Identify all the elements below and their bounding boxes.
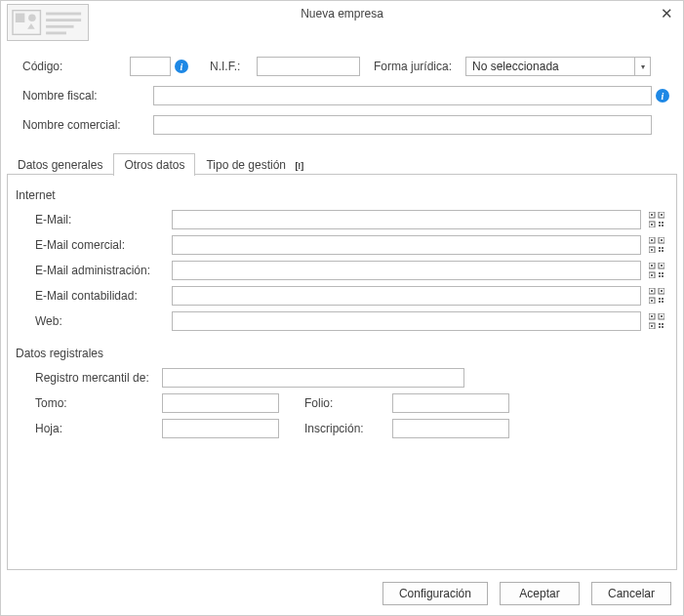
web-input[interactable] — [172, 311, 641, 331]
svg-point-2 — [28, 14, 36, 21]
tomo-input[interactable] — [162, 393, 279, 413]
svg-marker-3 — [27, 23, 35, 29]
svg-rect-21 — [661, 239, 663, 241]
svg-rect-31 — [661, 265, 663, 267]
svg-rect-5 — [46, 19, 81, 21]
qr-icon-email[interactable] — [647, 212, 666, 227]
registro-mercantil-label: Registro mercantil de: — [35, 371, 162, 385]
datos-registrales-grid: Registro mercantil de: Tomo: Folio: Hoja… — [12, 368, 666, 438]
tab-tipo-gestion[interactable]: Tipo de gestión [!] — [195, 153, 316, 176]
svg-rect-7 — [46, 31, 66, 34]
qr-icon-web[interactable] — [647, 313, 666, 329]
email-input[interactable] — [172, 210, 641, 229]
dialog-nueva-empresa: Nueva empresa ✕ Código: i N.I.F.: Forma … — [1, 1, 683, 615]
dialog-title: Nueva empresa — [301, 7, 383, 21]
email-cont-label: E-Mail contabilidad: — [12, 289, 172, 303]
nombre-comercial-input[interactable] — [153, 115, 652, 135]
svg-rect-29 — [651, 265, 653, 267]
svg-rect-23 — [651, 249, 653, 251]
svg-rect-27 — [662, 250, 664, 252]
codigo-label: Código: — [15, 60, 130, 73]
forma-juridica-value: No seleccionada — [466, 60, 634, 73]
internet-group-title: Internet — [16, 188, 666, 202]
inscripcion-label: Inscripción: — [304, 422, 392, 435]
hoja-label: Hoja: — [35, 422, 162, 435]
svg-rect-15 — [662, 222, 664, 224]
svg-rect-39 — [651, 290, 653, 292]
qr-icon-email-comercial[interactable] — [647, 237, 666, 253]
svg-rect-13 — [651, 224, 653, 226]
svg-rect-53 — [651, 325, 653, 327]
folio-input[interactable] — [392, 393, 509, 413]
codigo-input[interactable] — [130, 57, 171, 76]
company-icon — [7, 4, 89, 41]
svg-rect-37 — [662, 275, 664, 277]
email-admin-input[interactable] — [172, 261, 641, 280]
tab-content-otros-datos: Internet E-Mail: E-Mail comercial: E-Mai… — [7, 175, 677, 570]
svg-rect-45 — [662, 298, 664, 300]
nombre-fiscal-label: Nombre fiscal: — [15, 89, 130, 103]
forma-juridica-label: Forma jurídica: — [374, 60, 465, 73]
svg-rect-34 — [659, 272, 661, 274]
svg-rect-16 — [659, 225, 661, 226]
tab-datos-generales[interactable]: Datos generales — [7, 153, 113, 176]
tab-otros-datos[interactable]: Otros datos — [113, 153, 195, 176]
svg-rect-11 — [661, 214, 663, 216]
configuracion-button[interactable]: Configuración — [382, 582, 488, 605]
svg-rect-25 — [662, 247, 664, 249]
header-form: Código: i N.I.F.: Forma jurídica: No sel… — [1, 38, 683, 151]
tab-strip: Datos generales Otros datos Tipo de gest… — [1, 151, 683, 175]
svg-rect-46 — [659, 301, 661, 303]
svg-rect-17 — [662, 225, 664, 226]
email-admin-label: E-Mail administración: — [12, 264, 172, 277]
registro-mercantil-input[interactable] — [162, 368, 464, 388]
cancelar-button[interactable]: Cancelar — [591, 582, 671, 605]
titlebar: Nueva empresa ✕ — [1, 1, 683, 38]
svg-rect-24 — [659, 247, 661, 249]
email-comercial-label: E-Mail comercial: — [12, 238, 172, 252]
svg-rect-36 — [659, 275, 661, 277]
svg-rect-6 — [46, 25, 73, 28]
forma-juridica-select[interactable]: No seleccionada ▾ — [465, 57, 651, 76]
svg-rect-43 — [651, 300, 653, 302]
svg-rect-35 — [662, 272, 664, 274]
svg-rect-47 — [662, 301, 664, 303]
registral-group-title: Datos registrales — [16, 347, 666, 360]
email-cont-input[interactable] — [172, 286, 641, 306]
svg-rect-1 — [16, 14, 24, 22]
nombre-comercial-label: Nombre comercial: — [15, 118, 130, 132]
close-button[interactable]: ✕ — [658, 5, 675, 22]
warning-badge-icon: [!] — [293, 161, 305, 171]
dialog-footer: Configuración Aceptar Cancelar — [1, 576, 683, 615]
svg-rect-26 — [659, 250, 661, 252]
qr-icon-email-admin[interactable] — [647, 263, 666, 278]
info-icon-fiscal[interactable]: i — [656, 89, 669, 103]
nombre-fiscal-input[interactable] — [153, 86, 652, 105]
svg-rect-55 — [662, 323, 664, 325]
svg-rect-33 — [651, 274, 653, 276]
email-label: E-Mail: — [12, 213, 172, 226]
svg-rect-57 — [662, 326, 664, 328]
nif-label: N.I.F.: — [210, 60, 257, 73]
svg-rect-56 — [659, 326, 661, 328]
chevron-down-icon[interactable]: ▾ — [634, 58, 650, 75]
svg-rect-14 — [659, 222, 661, 224]
svg-rect-51 — [661, 315, 663, 317]
svg-rect-44 — [659, 298, 661, 300]
aceptar-button[interactable]: Aceptar — [500, 582, 580, 605]
svg-rect-19 — [651, 239, 653, 241]
folio-label: Folio: — [304, 396, 392, 410]
tomo-label: Tomo: — [35, 396, 162, 410]
nif-input[interactable] — [257, 57, 360, 76]
qr-icon-email-cont[interactable] — [647, 288, 666, 304]
email-comercial-input[interactable] — [172, 235, 641, 255]
web-label: Web: — [12, 314, 172, 328]
svg-rect-4 — [46, 13, 81, 16]
info-icon[interactable]: i — [175, 60, 188, 73]
hoja-input[interactable] — [162, 419, 279, 438]
svg-rect-54 — [659, 323, 661, 325]
svg-rect-49 — [651, 315, 653, 317]
svg-rect-41 — [661, 290, 663, 292]
svg-rect-9 — [651, 214, 653, 216]
inscripcion-input[interactable] — [392, 419, 509, 438]
